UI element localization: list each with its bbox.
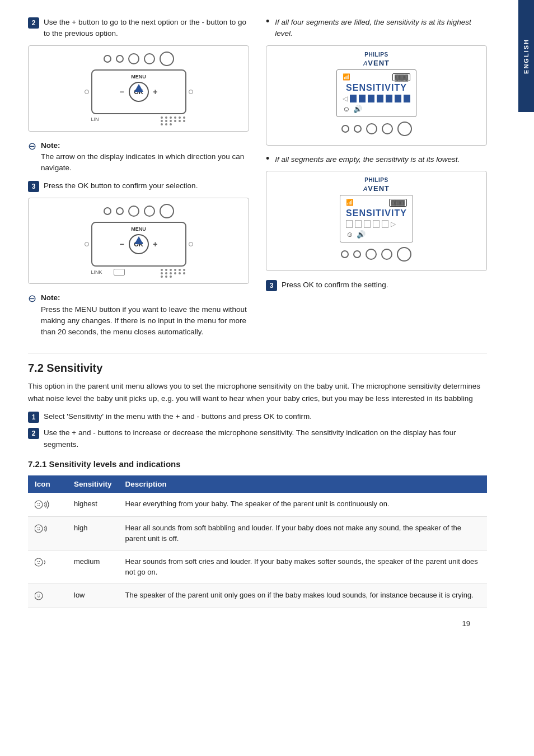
table-row: low The speaker of the parent unit only …: [28, 584, 487, 608]
circle-1: [104, 55, 111, 63]
circle-3: [128, 53, 139, 64]
step-2-text: Use the + button to go to the next optio…: [44, 17, 249, 40]
top-icons-full: 📶 ▓▓▓: [343, 73, 410, 81]
side-dot-right: [189, 90, 193, 94]
menu-label: MENU: [131, 74, 146, 80]
desc-low: The speaker of the parent unit only goes…: [119, 584, 487, 608]
arrow-left-1: ◁: [343, 95, 348, 102]
bullet-2-text: If all segments are empty, the sensitivi…: [275, 154, 460, 165]
col-description: Description: [119, 475, 487, 493]
note-1-content: Note: The arrow on the display indicates…: [41, 140, 249, 174]
signal-icon-2: 📶: [346, 199, 354, 206]
step-2-num: 2: [28, 17, 39, 29]
svg-point-7: [38, 561, 39, 562]
icon-highest-svg: [35, 498, 51, 511]
table-row: highest Hear everything from your baby. …: [28, 493, 487, 517]
note-2-label: Note:: [41, 293, 60, 302]
arrow-up-2: [134, 236, 143, 244]
note-1-label: Note:: [41, 141, 60, 150]
svg-point-2: [39, 503, 40, 505]
sensitivity-medium: medium: [67, 550, 119, 584]
section72-step-2-num: 2: [28, 428, 39, 439]
device-body-2: MENU − OK +: [91, 222, 186, 267]
monitor-icons-2: ☺ 🔊: [346, 230, 407, 239]
icon-cell-highest: [28, 493, 67, 517]
icon-high: [35, 522, 60, 535]
step-3-num: 3: [28, 181, 39, 192]
svg-point-10: [38, 595, 39, 596]
step-3-right-block: 3 Press OK to confirm the setting.: [266, 279, 487, 291]
step-3-right-text: Press OK to confirm the setting.: [282, 279, 388, 291]
signal-icon-1: 📶: [343, 73, 350, 81]
note-1-icon: ⊖: [28, 140, 36, 152]
sensitivity-high: high: [67, 516, 119, 550]
monitor-diagram-2: MENU − OK +: [28, 198, 249, 284]
section72-step-1: 1 Select 'Sensitivity' in the menu with …: [28, 411, 487, 423]
monitor-diagram-1: MENU − OK + LIN: [28, 45, 249, 132]
face-icon-1: ☺: [343, 105, 350, 113]
philips-label-1: PHILIPS: [364, 52, 388, 58]
svg-point-9: [35, 592, 43, 600]
section72-step-2: 2 Use the + and - buttons to increase or…: [28, 427, 487, 450]
icon-cell-medium: [28, 550, 67, 584]
circles-row-2: [104, 204, 174, 218]
svg-point-4: [38, 528, 39, 529]
avent-label-2: AVENT: [363, 184, 390, 193]
language-tab: ENGLISH: [518, 0, 534, 112]
section72-step-1-num: 1: [28, 412, 39, 423]
arrow-up-icon: [134, 84, 143, 92]
language-label: ENGLISH: [523, 39, 530, 74]
icon-cell-high: [28, 516, 67, 550]
device-wrapper: MENU − OK +: [91, 69, 186, 114]
device-row-1: MENU − OK +: [85, 69, 193, 114]
note-1-block: ⊖ Note: The arrow on the display indicat…: [28, 140, 249, 174]
svg-point-3: [35, 525, 43, 533]
section-divider: [28, 353, 487, 353]
icon-low-svg: [35, 590, 51, 602]
svg-point-5: [39, 528, 40, 529]
bullet-1-text: If all four segments are filled, the sen…: [275, 17, 487, 40]
svg-point-8: [39, 561, 40, 562]
sensitivity-text-2: SENSITIVITY: [346, 208, 407, 218]
svg-point-11: [39, 595, 40, 596]
plus-btn[interactable]: +: [153, 87, 157, 96]
col-sensitivity: Sensitivity: [67, 475, 119, 493]
sensitivity-highest: highest: [67, 493, 119, 517]
icon-highest: [35, 498, 60, 511]
circles-row-monitor-2: [341, 247, 411, 262]
minus-btn[interactable]: −: [120, 87, 124, 96]
icon-low: [35, 590, 60, 602]
device-bottom-1: LIN: [91, 116, 186, 125]
svg-point-0: [35, 501, 43, 508]
bullet-2: • If all segments are empty, the sensiti…: [266, 154, 487, 165]
step-2-block: 2 Use the + button to go to the next opt…: [28, 17, 249, 40]
circle-5: [160, 52, 174, 66]
bullet-1: • If all four segments are filled, the s…: [266, 17, 487, 40]
page-number: 19: [28, 619, 487, 628]
bullet-dot-2: •: [266, 153, 269, 165]
speaker-icon-1: 🔊: [353, 105, 362, 113]
icon-medium: [35, 556, 60, 568]
table-row: high Hear all sounds from soft babbling …: [28, 516, 487, 550]
monitor-screen-empty: 📶 ▓▓▓ SENSITIVITY ▷: [340, 195, 413, 242]
circle-2: [116, 55, 124, 63]
bullet-dot-1: •: [266, 16, 269, 27]
device-row-2: MENU − OK +: [85, 222, 193, 267]
speaker-icon-2: 🔊: [357, 230, 366, 239]
philips-label-2: PHILIPS: [364, 177, 388, 183]
col-icon: Icon: [28, 475, 67, 493]
section-721-heading: 7.2.1 Sensitivity levels and indications: [28, 459, 487, 469]
step-3-text: Press the OK button to confirm your sele…: [44, 180, 198, 192]
monitor-empty-bars: PHILIPS AVENT 📶 ▓▓▓ SENSITIVITY: [266, 171, 487, 271]
battery-icon-2: ▓▓▓: [389, 199, 407, 207]
note-2-text: Press the MENU button if you want to lea…: [41, 305, 247, 337]
section72-step-1-text: Select 'Sensitivity' in the menu with th…: [44, 411, 312, 422]
circles-row-monitor-1: [341, 122, 412, 136]
face-icon-2: ☺: [346, 230, 353, 239]
note-2-content: Note: Press the MENU button if you want …: [41, 292, 249, 338]
svg-point-1: [38, 503, 39, 505]
avent-label-1: AVENT: [363, 59, 390, 67]
monitor-full-bars: PHILIPS AVENT 📶 ▓▓▓ SENSITIVITY ◁: [266, 45, 487, 146]
monitor-icons-1: ☺ 🔊: [343, 105, 410, 113]
battery-icon-1: ▓▓▓: [392, 73, 410, 81]
